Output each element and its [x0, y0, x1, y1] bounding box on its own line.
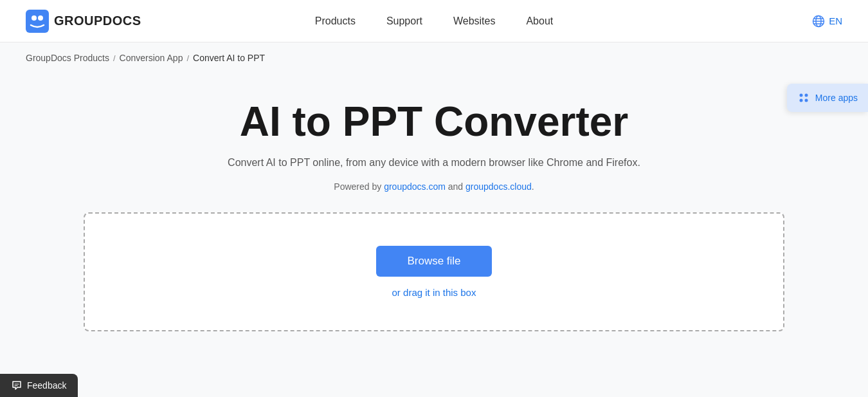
- breadcrumb-sep-2: /: [186, 53, 189, 63]
- header: GROUPDOCS Products Support Websites Abou…: [0, 0, 868, 42]
- feedback-icon: [12, 380, 22, 391]
- page-subtitle: Convert AI to PPT online, from any devic…: [228, 157, 640, 169]
- browse-file-button[interactable]: Browse file: [376, 246, 491, 277]
- drag-text: or drag it in this box: [392, 287, 476, 298]
- svg-point-10: [799, 99, 802, 102]
- drop-zone[interactable]: Browse file or drag it in this box: [84, 212, 784, 331]
- nav-about[interactable]: About: [526, 15, 553, 27]
- language-selector[interactable]: EN: [812, 15, 842, 28]
- nav-support[interactable]: Support: [386, 15, 422, 27]
- more-apps-button[interactable]: More apps: [787, 84, 868, 112]
- breadcrumb-conversion-app[interactable]: Conversion App: [120, 53, 183, 63]
- feedback-label: Feedback: [27, 380, 66, 391]
- breadcrumb: GroupDocs Products / Conversion App / Co…: [0, 42, 868, 73]
- logo-group: GROUPDOCS: [26, 10, 141, 33]
- groupdocs-com-link[interactable]: groupdocs.com: [384, 181, 446, 192]
- groupdocs-cloud-link[interactable]: groupdocs.cloud: [466, 181, 532, 192]
- powered-by: Powered by groupdocs.com and groupdocs.c…: [334, 181, 534, 192]
- powered-by-prefix: Powered by: [334, 181, 384, 192]
- more-apps-icon: [797, 91, 810, 104]
- powered-by-and: and: [446, 181, 466, 192]
- svg-point-11: [804, 99, 808, 102]
- more-apps-label: More apps: [815, 93, 858, 103]
- breadcrumb-groupdocs-products[interactable]: GroupDocs Products: [26, 53, 109, 63]
- svg-point-9: [804, 94, 808, 97]
- svg-point-2: [38, 15, 43, 21]
- feedback-button[interactable]: Feedback: [0, 374, 78, 397]
- language-label: EN: [829, 15, 842, 26]
- breadcrumb-sep-1: /: [113, 53, 116, 63]
- globe-icon: [812, 15, 825, 28]
- logo-text: GROUPDOCS: [54, 14, 141, 28]
- nav-products[interactable]: Products: [315, 15, 356, 27]
- groupdocs-logo-icon: [26, 10, 49, 33]
- svg-point-1: [32, 15, 37, 21]
- svg-point-8: [799, 94, 802, 97]
- breadcrumb-current: Convert AI to PPT: [193, 53, 265, 63]
- drag-text-highlight: drag it in this box: [403, 287, 476, 298]
- nav-websites[interactable]: Websites: [453, 15, 496, 27]
- main-nav: Products Support Websites About: [315, 15, 554, 27]
- drag-text-prefix: or: [392, 287, 404, 298]
- page-title: AI to PPT Converter: [240, 99, 629, 144]
- svg-rect-0: [26, 10, 49, 33]
- powered-by-suffix: .: [532, 181, 534, 192]
- main-content: AI to PPT Converter Convert AI to PPT on…: [0, 73, 868, 357]
